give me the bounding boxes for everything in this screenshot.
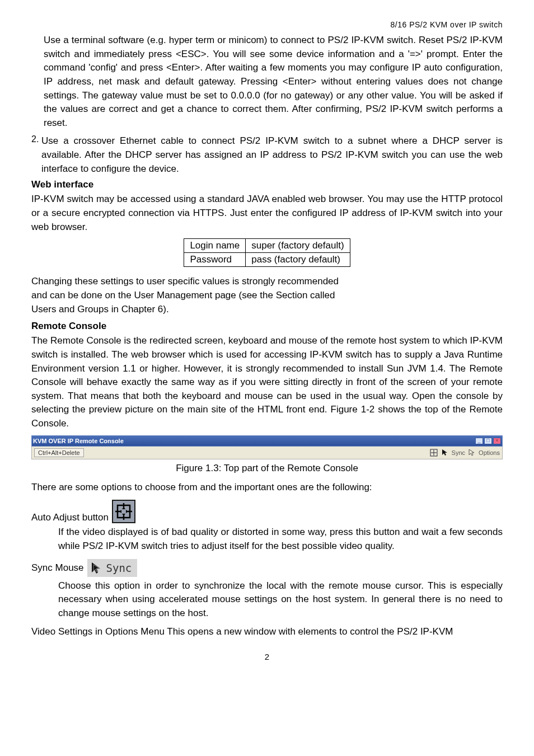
window-titlebar: KVM OVER IP Remote Console _ □ ×: [31, 435, 503, 447]
ctrl-alt-delete-button[interactable]: Ctrl+Alt+Delete: [34, 448, 84, 457]
figure-caption: Figure 1.3: Top part of the Remote Conso…: [31, 463, 503, 474]
page-number: 2: [31, 652, 503, 661]
maximize-icon[interactable]: □: [484, 438, 492, 444]
sync-label[interactable]: Sync: [452, 449, 465, 456]
remote-console-screenshot: KVM OVER IP Remote Console _ □ × Ctrl+Al…: [31, 435, 503, 459]
video-settings-paragraph: Video Settings in Options Menu This open…: [31, 625, 503, 639]
auto-adjust-description: If the video displayed is of bad quality…: [58, 525, 503, 553]
sync-mouse-label: Sync Mouse: [31, 562, 84, 574]
login-credentials-table: Login name super (factory default) Passw…: [184, 238, 350, 267]
auto-adjust-icon-large[interactable]: [112, 500, 135, 523]
step-number-2: 2.: [31, 134, 41, 176]
auto-adjust-button-label: Auto Adjust button: [31, 512, 109, 523]
change-settings-line-2: and can be done on the User Management p…: [31, 289, 503, 303]
password-label: Password: [184, 253, 246, 267]
window-title: KVM OVER IP Remote Console: [33, 438, 124, 444]
options-cursor-icon[interactable]: [467, 448, 476, 457]
options-intro-paragraph: There are some options to choose from an…: [31, 481, 503, 495]
sync-mouse-button[interactable]: Sync: [87, 559, 138, 577]
sync-mouse-description: Choose this option in order to synchroni…: [58, 579, 503, 621]
intro-paragraph-2: Use a crossover Ethernet cable to connec…: [41, 134, 503, 176]
cursor-icon: [91, 561, 102, 575]
password-value: pass (factory default): [246, 253, 350, 267]
web-interface-heading: Web interface: [31, 179, 503, 190]
sync-text: Sync: [106, 562, 132, 574]
login-name-label: Login name: [184, 239, 246, 253]
options-label[interactable]: Options: [479, 449, 500, 456]
remote-console-paragraph: The Remote Console is the redirected scr…: [31, 334, 503, 430]
remote-console-heading: Remote Console: [31, 321, 503, 332]
intro-paragraph-1: Use a terminal software (e.g. hyper term…: [44, 34, 503, 130]
close-icon[interactable]: ×: [493, 438, 501, 444]
page-header: 8/16 PS/2 KVM over IP switch: [31, 20, 503, 29]
svg-marker-11: [126, 510, 128, 513]
web-interface-paragraph: IP-KVM switch may be accessed using a st…: [31, 192, 503, 234]
cursor-icon[interactable]: [441, 448, 449, 457]
window-toolbar: Ctrl+Alt+Delete Sync Options: [31, 447, 503, 459]
auto-adjust-icon[interactable]: [429, 448, 438, 457]
svg-marker-9: [122, 514, 125, 516]
svg-marker-10: [119, 510, 121, 513]
change-settings-line-1: Changing these settings to user specific…: [31, 275, 503, 289]
minimize-icon[interactable]: _: [475, 438, 483, 444]
svg-marker-8: [122, 507, 125, 509]
change-settings-line-3: Users and Groups in Chapter 6).: [31, 303, 503, 317]
login-name-value: super (factory default): [246, 239, 350, 253]
